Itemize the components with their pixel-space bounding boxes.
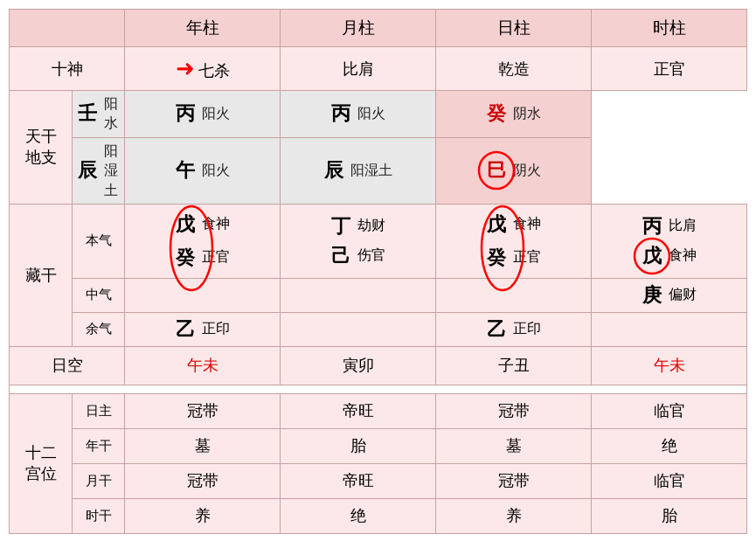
- shiergongwei-shigan-yue: 绝: [281, 498, 436, 533]
- zanggan-benqi-row: 藏干 本气 戊 食神 癸 正官: [10, 204, 747, 278]
- dizhi-shi-char: 巳: [487, 157, 506, 184]
- shiergongwei-label: 十二 宫位: [10, 393, 73, 533]
- header-empty: [10, 10, 125, 47]
- zanggan-benqi-nian: 戊 食神 癸 正官: [125, 204, 281, 278]
- benqi-sublabel: 本气: [73, 204, 125, 278]
- bazi-table: 年柱 月柱 日柱 时柱 十神 ➜七杀 比肩 乾造 正官 天干 地支 壬: [9, 9, 747, 534]
- shishen-row: 十神 ➜七杀 比肩 乾造 正官: [10, 47, 747, 91]
- dizhi-yue: 午 阳火: [125, 137, 281, 204]
- dizhi-shi: 巳 阴火: [436, 137, 592, 204]
- shiergongwei-yuegan-row: 月干 冠带 帝旺 冠带 临官: [10, 463, 747, 498]
- shiergongwei-shigan-nian: 养: [125, 498, 281, 533]
- zanggan-yuqi-yue: [281, 312, 436, 346]
- shishen-yuezhu: 比肩: [281, 47, 436, 91]
- benqi-nian-label2: 正官: [202, 248, 230, 267]
- benqi-yue-label1: 劫财: [357, 217, 385, 235]
- zhongqi-shi-char: 庚: [642, 282, 662, 309]
- zanggan-benqi-shi: 丙 比肩 戊 食神: [592, 204, 747, 278]
- tiangan-ri-attr: 阳火: [357, 104, 385, 123]
- tiangan-nian-char: 壬: [78, 101, 97, 127]
- shiergongwei-niangan-yue: 胎: [281, 428, 436, 463]
- header-yuezhu: 月柱: [281, 10, 436, 47]
- benqi-shi-char2: 戊: [642, 243, 662, 269]
- zanggan-zhongqi-row: 中气 庚 偏财: [10, 278, 747, 312]
- header-nianzhu: 年柱: [125, 10, 281, 47]
- rikong-row: 日空 午未 寅卯 子丑 午未: [10, 346, 747, 385]
- zhongqi-sublabel: 中气: [73, 278, 125, 312]
- dizhi-ri-char: 辰: [324, 157, 343, 184]
- benqi-yue-char1: 丁: [331, 213, 350, 239]
- shiergongwei-niangan-ri: 墓: [436, 428, 592, 463]
- svg-point-3: [635, 239, 669, 274]
- zanggan-yuqi-shi: [592, 312, 747, 346]
- shishen-label: 十神: [10, 47, 125, 91]
- dizhi-nian: 辰 阳湿土: [73, 137, 125, 204]
- rikong-shi: 午未: [592, 346, 747, 385]
- zanggan-zhongqi-nian: [125, 278, 281, 312]
- tiangan-shi: 癸 阴水: [436, 91, 592, 138]
- benqi-ri-char1: 戊: [487, 212, 506, 238]
- zanggan-yuqi-ri: 乙 正印: [436, 312, 592, 346]
- rikong-ri: 子丑: [436, 346, 592, 385]
- shishen-nianzhu: ➜七杀: [125, 47, 281, 91]
- shiergongwei-yuegan-nian: 冠带: [125, 463, 281, 498]
- tiangan-yue-char: 丙: [176, 101, 195, 127]
- benqi-yue-label2: 伤官: [357, 246, 385, 265]
- dizhi-nian-char: 辰: [78, 157, 97, 184]
- benqi-yue-char2: 己: [331, 243, 350, 269]
- shiergongwei-rizhu-ri: 冠带: [436, 393, 592, 428]
- benqi-ri-label2: 正官: [513, 248, 541, 267]
- zhongqi-shi-label: 偏财: [669, 286, 697, 304]
- dizhi-ri: 辰 阳湿土: [281, 137, 436, 204]
- dizhi-nian-attr: 阳湿土: [104, 142, 119, 200]
- benqi-nian-char2: 癸: [176, 245, 195, 271]
- arrow-icon: ➜: [176, 56, 195, 81]
- shiergongwei-yuegan-shi: 临官: [592, 463, 747, 498]
- shiergongwei-rizhu-row: 十二 宫位 日主 冠带 帝旺 冠带 临官: [10, 393, 747, 428]
- dizhi-row: 辰 阳湿土 午 阳火 辰 阳湿土 巳: [10, 137, 747, 204]
- tiangan-ri-char: 丙: [331, 101, 350, 127]
- tiangan-ri: 丙 阳火: [281, 91, 436, 138]
- circle-benqi-shi: [633, 237, 671, 275]
- tiangan-nian: 壬 阳水: [73, 91, 125, 138]
- shiergongwei-shigan-shi: 胎: [592, 498, 747, 533]
- benqi-nian-label1: 食神: [202, 215, 230, 233]
- tiangan-nian-attr: 阳水: [104, 94, 119, 134]
- benqi-nian-char1: 戊: [176, 212, 195, 238]
- dizhi-yue-attr: 阳火: [202, 161, 230, 180]
- tiangan-shi-char: 癸: [487, 101, 506, 127]
- shiergongwei-rizhu-yue: 帝旺: [281, 393, 436, 428]
- shiergongwei-shigan-row: 时干 养 绝 养 胎: [10, 498, 747, 533]
- zanggan-benqi-yue: 丁 劫财 己 伤官: [281, 204, 436, 278]
- header-row: 年柱 月柱 日柱 时柱: [10, 10, 747, 47]
- shiergongwei-shigan-sublabel: 时干: [73, 498, 125, 533]
- header-rizhu: 日柱: [436, 10, 592, 47]
- shiergongwei-rizhu-sublabel: 日主: [73, 393, 125, 428]
- yuqi-nian-char: 乙: [176, 316, 195, 343]
- shiergongwei-yuegan-sublabel: 月干: [73, 463, 125, 498]
- shiergongwei-shigan-ri: 养: [436, 498, 592, 533]
- benqi-shi-char1: 丙: [642, 213, 662, 239]
- shishen-shizhu: 正官: [592, 47, 747, 91]
- shiergongwei-niangan-row: 年干 墓 胎 墓 绝: [10, 428, 747, 463]
- zanggan-zhongqi-yue: [281, 278, 436, 312]
- tiangan-dizhi-label: 天干 地支: [10, 91, 73, 205]
- shiergongwei-yuegan-yue: 帝旺: [281, 463, 436, 498]
- benqi-shi-label2: 食神: [669, 246, 697, 265]
- tiangan-shi-attr: 阴水: [513, 104, 541, 123]
- yuqi-nian-label: 正印: [202, 320, 230, 338]
- zanggan-yuqi-row: 余气 乙 正印 乙 正印: [10, 312, 747, 346]
- dizhi-shi-attr: 阴火: [513, 161, 541, 180]
- zanggan-zhongqi-shi: 庚 偏财: [592, 278, 747, 312]
- zanggan-label: 藏干: [10, 204, 73, 346]
- rikong-label: 日空: [10, 346, 125, 385]
- shiergongwei-niangan-sublabel: 年干: [73, 428, 125, 463]
- dizhi-ri-attr: 阳湿土: [350, 161, 392, 180]
- rikong-nian: 午未: [125, 346, 281, 385]
- zanggan-zhongqi-ri: [436, 278, 592, 312]
- divider-row: [10, 385, 747, 393]
- shiergongwei-rizhu-nian: 冠带: [125, 393, 281, 428]
- dizhi-yue-char: 午: [176, 157, 195, 184]
- benqi-ri-label1: 食神: [513, 215, 541, 233]
- benqi-shi-label1: 比肩: [669, 217, 697, 235]
